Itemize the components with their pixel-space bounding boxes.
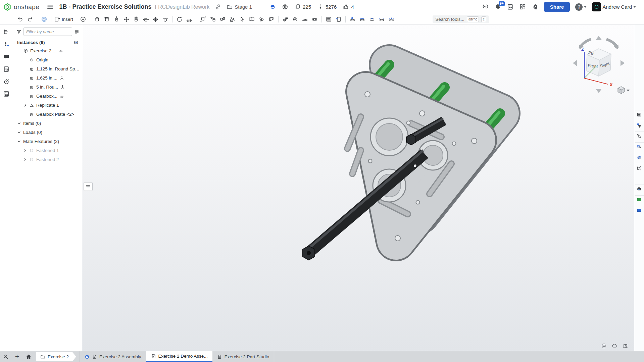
tool-history[interactable] [78,15,88,23]
panel-bom-panel[interactable] [635,110,644,119]
panel-sketch-reference-panel[interactable] [635,142,644,151]
share-button[interactable]: Share [544,2,570,12]
new-tab-button[interactable]: + [11,351,23,362]
tree-item-1-625-in[interactable]: 1.625 in.... [13,73,82,83]
tool-animate-rotate[interactable] [348,15,357,23]
rail-versions-history[interactable] [3,78,10,85]
tool-belt[interactable] [310,15,319,23]
tool-undo[interactable] [15,15,25,23]
tool-ball-mate[interactable] [151,15,160,23]
tool-revolute-mate[interactable] [102,15,112,23]
tool-cylindrical-mate[interactable] [131,15,141,23]
onshape-logo[interactable]: onshape [3,3,39,11]
tool-redo[interactable] [25,15,35,23]
chevron-right-icon[interactable] [23,148,27,153]
tree-item-exercise-2[interactable]: Exercise 2 ... [13,46,82,55]
home-button[interactable] [23,351,34,362]
tree-item-replicate-1[interactable]: Replicate 1 [13,101,82,110]
tree-section-items-0[interactable]: Items (0) [13,119,82,128]
breadcrumb-document-tab[interactable]: Exercise 2 [36,352,76,361]
tasks-button[interactable] [507,3,514,10]
tool-exploded-view[interactable] [266,15,276,23]
tab-exercise-2-demo-asse[interactable]: Exercise 2 Demo Asse... [146,351,212,362]
tool-selection-tool[interactable] [237,15,247,23]
tool-pin-slot-mate[interactable] [141,15,151,23]
app-store-button[interactable] [519,3,526,10]
tool-replicate-tool[interactable] [218,15,228,23]
tool-update-sync[interactable] [39,15,49,23]
tool-fastened-mate[interactable] [92,15,102,23]
tool-animate-path[interactable] [377,15,387,23]
workspace-breadcrumb[interactable]: Stage 1 [227,4,252,10]
edu-badge[interactable] [269,4,276,10]
copies-stat[interactable]: 225 [294,4,311,10]
cloud-icon[interactable] [611,343,618,349]
tool-insert[interactable]: Insert [53,15,74,23]
tree-item-5-in-rou[interactable]: 5 in. Rou... [13,83,82,92]
filter-funnel-icon[interactable] [16,29,21,34]
tree-item-origin[interactable]: Origin [13,55,82,64]
rail-notes[interactable] [3,66,10,72]
print-icon[interactable] [601,343,607,349]
rail-model-tree[interactable] [3,29,10,35]
tool-bom[interactable] [324,15,334,23]
search-tools[interactable]: Search tools... alt/⌥ c [433,15,489,23]
tree-item-fastened-1[interactable]: Fastened 1 [13,146,82,155]
panel-learning-center[interactable] [635,195,644,204]
insert-to-assembly-icon[interactable] [73,40,79,45]
tool-manage-instances[interactable] [228,15,237,23]
panel-featurescript-panel[interactable] [635,164,644,172]
featurescript-notices-button[interactable] [482,3,489,10]
tool-display-states[interactable] [247,15,257,23]
user-menu[interactable]: Andrew Card [592,2,636,11]
filter-input[interactable] [23,28,72,36]
tool-drag-mode[interactable] [184,15,194,23]
tree-item-gearbox-plate-2[interactable]: Gearbox Plate <2> [13,110,82,119]
viewport-3d[interactable]: Top Front Right Z X [82,24,634,351]
rail-follow-mode[interactable] [3,41,10,48]
panel-appearance-panel[interactable] [635,153,644,162]
tool-planar-mate[interactable] [121,15,131,23]
tab-exercise-2-part-studio[interactable]: Exercise 2 Part Studio [212,351,275,362]
tool-rack[interactable] [300,15,310,23]
likes-stat[interactable]: 4 [343,4,354,10]
public-indicator[interactable] [282,4,288,10]
tool-named-positions[interactable] [208,15,218,23]
tab-exercise-2-assembly[interactable]: Exercise 2 Assembly [80,351,146,362]
main-menu-button[interactable] [47,3,54,10]
tool-animate-turntable[interactable] [357,15,367,23]
tool-create-drawing[interactable] [334,15,343,23]
tree-section-mate-features-2[interactable]: Mate Features (2) [13,137,82,146]
tree-flyout-toggle[interactable] [84,182,93,191]
tool-animate-section[interactable] [387,15,396,23]
tool-gear-pair[interactable] [281,15,290,23]
chevron-down-icon[interactable] [17,139,21,144]
panel-configuration-panel[interactable] [635,121,644,130]
notifications-button[interactable]: 9+ [494,3,501,10]
tool-transform[interactable] [198,15,208,23]
assembly-model[interactable] [237,33,532,281]
share-link-icon[interactable] [215,4,221,10]
mate-connector-dot[interactable] [414,164,417,167]
panel-part-properties-panel[interactable] [635,132,644,140]
tree-section-loads-0[interactable]: Loads (0) [13,128,82,137]
rail-comments[interactable] [3,53,10,60]
roll-arrows[interactable] [580,39,618,48]
panel-documentation-panel[interactable] [635,206,644,215]
help-menu[interactable]: ? [575,3,587,11]
chevron-down-icon[interactable] [17,121,21,125]
tool-appearance-tool[interactable] [257,15,266,23]
list-options-icon[interactable] [74,29,79,34]
search-tabs-button[interactable] [0,351,11,362]
rail-checklist[interactable] [3,91,10,97]
tool-tangent-mate[interactable] [160,15,170,23]
tool-snap-mode[interactable] [175,15,184,23]
tool-slider-mate[interactable] [112,15,121,23]
tree-item-fastened-2[interactable]: Fastened 2 [13,155,82,164]
tool-animate-orbit[interactable] [367,15,377,23]
panel-ai-advisor[interactable] [635,185,644,193]
chevron-down-icon[interactable] [17,130,21,135]
followers-stat[interactable]: 5276 [317,4,337,10]
chevron-right-icon[interactable] [23,157,27,162]
ai-assistant-button[interactable] [532,3,539,10]
